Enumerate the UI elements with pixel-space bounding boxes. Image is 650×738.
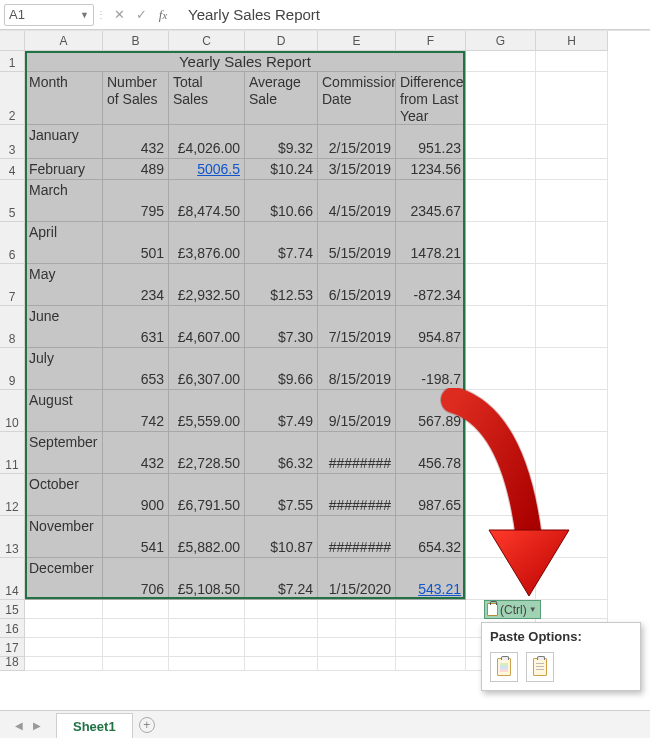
cell[interactable] xyxy=(466,72,536,125)
cell[interactable] xyxy=(466,516,536,558)
cell[interactable]: ######## xyxy=(318,516,396,558)
cell[interactable]: $7.55 xyxy=(245,474,318,516)
cell[interactable]: 1/15/2020 xyxy=(318,558,396,600)
row-header[interactable]: 2 xyxy=(0,72,25,125)
column-header[interactable]: D xyxy=(245,31,318,51)
cell[interactable]: £4,026.00 xyxy=(169,125,245,159)
cell[interactable] xyxy=(318,619,396,638)
row-header[interactable]: 12 xyxy=(0,474,25,516)
cell[interactable]: Average Sale xyxy=(245,72,318,125)
row-header[interactable]: 14 xyxy=(0,558,25,600)
cell[interactable] xyxy=(318,657,396,671)
cell[interactable]: £3,876.00 xyxy=(169,222,245,264)
cell[interactable]: £2,932.50 xyxy=(169,264,245,306)
cell[interactable]: June xyxy=(25,306,103,348)
row-header[interactable]: 16 xyxy=(0,619,25,638)
cell[interactable] xyxy=(245,619,318,638)
cell[interactable] xyxy=(536,558,608,600)
cell[interactable]: Month xyxy=(25,72,103,125)
cell[interactable] xyxy=(169,619,245,638)
cell[interactable] xyxy=(396,657,466,671)
cell[interactable]: 489 xyxy=(103,159,169,180)
cell[interactable] xyxy=(536,125,608,159)
cell[interactable]: 5/15/2019 xyxy=(318,222,396,264)
cell[interactable] xyxy=(466,306,536,348)
cell[interactable] xyxy=(169,600,245,619)
column-header[interactable]: A xyxy=(25,31,103,51)
cell[interactable]: $7.49 xyxy=(245,390,318,432)
cell[interactable]: -872.34 xyxy=(396,264,466,306)
cell[interactable] xyxy=(169,638,245,657)
row-header[interactable]: 15 xyxy=(0,600,25,619)
cell[interactable]: 3/15/2019 xyxy=(318,159,396,180)
cell[interactable]: December xyxy=(25,558,103,600)
cell[interactable]: May xyxy=(25,264,103,306)
cell[interactable]: $10.66 xyxy=(245,180,318,222)
row-header[interactable]: 3 xyxy=(0,125,25,159)
cell[interactable] xyxy=(536,264,608,306)
cell[interactable]: August xyxy=(25,390,103,432)
cell[interactable]: $10.24 xyxy=(245,159,318,180)
cell[interactable]: 951.23 xyxy=(396,125,466,159)
cell[interactable] xyxy=(25,600,103,619)
row-header[interactable]: 6 xyxy=(0,222,25,264)
cell[interactable]: 8/15/2019 xyxy=(318,348,396,390)
cell[interactable]: 5006.5 xyxy=(169,159,245,180)
cell[interactable]: Commission Date xyxy=(318,72,396,125)
cell[interactable] xyxy=(536,180,608,222)
formula-input[interactable] xyxy=(174,4,646,26)
cell[interactable] xyxy=(536,600,608,619)
cell[interactable]: January xyxy=(25,125,103,159)
column-header[interactable]: E xyxy=(318,31,396,51)
cell[interactable] xyxy=(466,125,536,159)
cell[interactable]: 954.87 xyxy=(396,306,466,348)
cell[interactable]: 795 xyxy=(103,180,169,222)
cell[interactable]: 543.21 xyxy=(396,558,466,600)
cell[interactable]: 2/15/2019 xyxy=(318,125,396,159)
cell[interactable] xyxy=(396,619,466,638)
cell[interactable]: 2345.67 xyxy=(396,180,466,222)
cell[interactable]: 7/15/2019 xyxy=(318,306,396,348)
cell[interactable]: 706 xyxy=(103,558,169,600)
cell[interactable] xyxy=(25,619,103,638)
cell[interactable]: £6,307.00 xyxy=(169,348,245,390)
cell[interactable] xyxy=(536,348,608,390)
cell[interactable]: $9.66 xyxy=(245,348,318,390)
cell[interactable] xyxy=(536,516,608,558)
cell[interactable]: 432 xyxy=(103,432,169,474)
cell[interactable]: 1478.21 xyxy=(396,222,466,264)
cell[interactable]: 742 xyxy=(103,390,169,432)
cell[interactable]: 1234.56 xyxy=(396,159,466,180)
cell[interactable]: 987.65 xyxy=(396,474,466,516)
cell[interactable]: $7.24 xyxy=(245,558,318,600)
cell[interactable] xyxy=(318,600,396,619)
cell[interactable] xyxy=(245,657,318,671)
paste-smart-tag[interactable]: (Ctrl) ▼ xyxy=(484,600,541,619)
cell[interactable] xyxy=(169,657,245,671)
cell[interactable] xyxy=(466,558,536,600)
cell[interactable]: $10.87 xyxy=(245,516,318,558)
column-header[interactable]: F xyxy=(396,31,466,51)
cell[interactable]: April xyxy=(25,222,103,264)
cell[interactable] xyxy=(318,638,396,657)
cell[interactable] xyxy=(103,657,169,671)
cancel-icon[interactable]: ✕ xyxy=(108,4,130,26)
cell[interactable] xyxy=(103,638,169,657)
cell[interactable]: 653 xyxy=(103,348,169,390)
cell[interactable] xyxy=(466,390,536,432)
split-handle[interactable]: ⋮ xyxy=(98,4,104,26)
column-header[interactable]: B xyxy=(103,31,169,51)
column-headers[interactable]: ABCDEFGH xyxy=(25,31,608,51)
row-header[interactable]: 4 xyxy=(0,159,25,180)
cell[interactable] xyxy=(536,474,608,516)
cell[interactable]: ######## xyxy=(318,474,396,516)
select-all-corner[interactable] xyxy=(0,31,25,51)
cell[interactable]: £5,559.00 xyxy=(169,390,245,432)
sheet-tab-active[interactable]: Sheet1 xyxy=(56,713,133,738)
cell[interactable]: $12.53 xyxy=(245,264,318,306)
column-header[interactable]: G xyxy=(466,31,536,51)
tab-nav[interactable]: ◀ ▶ xyxy=(0,712,56,738)
add-sheet-button[interactable]: + xyxy=(133,712,161,738)
cell[interactable]: 9/15/2019 xyxy=(318,390,396,432)
cell[interactable] xyxy=(536,51,608,72)
